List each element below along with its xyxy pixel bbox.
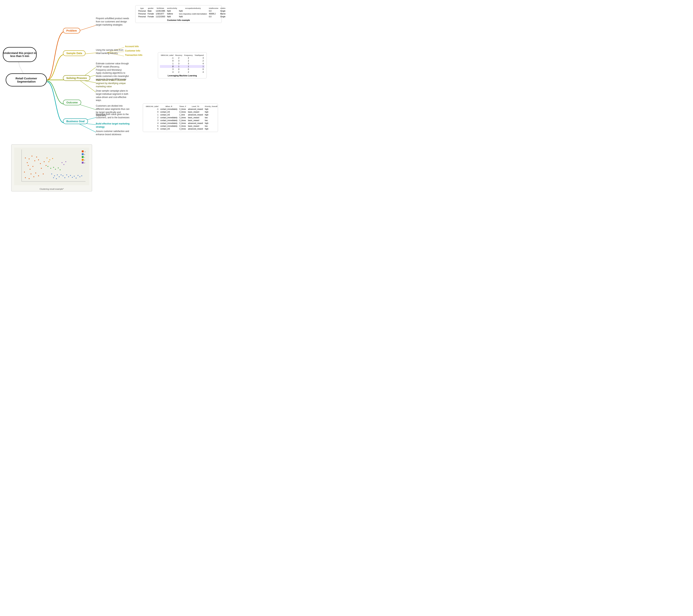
branch-problem: Problem: [63, 28, 80, 34]
solving-leaf3: Make sense of each customer segment by i…: [96, 79, 129, 88]
svg-point-59: [53, 167, 54, 168]
svg-point-34: [38, 175, 39, 176]
central-node: Retail Customer Segmentation: [6, 73, 47, 86]
customer-info-card: type gender birthDate workActivity occup…: [135, 5, 222, 23]
campaign-table: DBSCAN_Label When_R Times_F Level_TS Pri…: [145, 105, 218, 130]
svg-point-44: [59, 176, 60, 177]
svg-rect-70: [82, 150, 84, 152]
svg-point-22: [25, 158, 26, 158]
branch-outcome: Outcome: [63, 100, 81, 105]
mind-map: Retail Customer Segmentation Understand …: [0, 0, 225, 199]
svg-point-53: [76, 178, 77, 179]
sample-leaf: Using the sample data from retail bankin…: [96, 49, 125, 55]
svg-point-31: [46, 165, 46, 166]
problem-leaf: Pinpoint unfulfilled product needs from …: [96, 17, 132, 26]
customer-info-table: type gender birthDate workActivity occup…: [137, 7, 225, 18]
svg-point-19: [34, 160, 35, 161]
svg-point-38: [34, 176, 34, 177]
svg-point-61: [58, 168, 59, 169]
svg-text:3: 3: [84, 162, 85, 164]
svg-point-28: [40, 163, 41, 164]
svg-point-35: [43, 174, 44, 174]
svg-point-36: [25, 177, 26, 178]
svg-point-37: [29, 178, 30, 179]
central-label: Retail Customer Segmentation: [6, 77, 46, 83]
bizgoal-leaf2: Build effective target marketing strateg…: [96, 122, 134, 129]
svg-text:2: 2: [84, 159, 85, 161]
svg-text:0: 0: [84, 154, 85, 155]
svg-point-42: [53, 177, 54, 178]
branch-solving: Solving Process: [63, 75, 90, 81]
understand-node: Understand this project in less than 5 m…: [3, 47, 37, 62]
svg-point-66: [48, 161, 50, 162]
svg-point-55: [79, 176, 80, 177]
svg-point-45: [61, 174, 62, 175]
svg-point-39: [51, 174, 52, 174]
svg-point-58: [51, 168, 51, 169]
branch-bizgoal: Business Goal: [63, 118, 88, 124]
svg-text:-1: -1: [84, 151, 86, 153]
scatter-svg: -1 0 1 2 3 DBSCAN_Label: [14, 148, 89, 187]
svg-line-12: [79, 124, 96, 132]
rfm-table: DBSCAN_Label Recency Frequency TotalSpen…: [160, 54, 205, 74]
bizgoal-leaf3: Assure customer satisfaction and enhance…: [96, 130, 134, 136]
solving-leaf4: Draw sample campaign plans to target ind…: [96, 89, 129, 102]
svg-point-64: [50, 159, 51, 160]
svg-point-54: [78, 175, 79, 176]
rfm-card: DBSCAN_Label Recency Frequency TotalSpen…: [158, 52, 207, 78]
svg-point-62: [60, 169, 61, 170]
svg-point-68: [63, 164, 64, 165]
svg-point-57: [47, 166, 48, 167]
svg-rect-74: [82, 162, 84, 163]
svg-point-48: [66, 174, 67, 175]
svg-point-65: [52, 158, 53, 159]
sub-transaction: Transaction Info: [125, 54, 142, 56]
svg-rect-73: [82, 159, 84, 161]
campaign-card: DBSCAN_Label When_R Times_F Level_TS Pri…: [143, 103, 218, 132]
svg-text:1: 1: [84, 156, 85, 158]
svg-point-69: [65, 161, 66, 162]
rfm-title: Leveraging Machine Learning: [160, 75, 205, 77]
svg-point-25: [33, 166, 34, 167]
svg-line-9: [78, 104, 96, 110]
svg-point-33: [35, 173, 36, 174]
understand-label: Understand this project in less than 5 m…: [3, 52, 36, 58]
sub-account: Account Info: [125, 45, 139, 48]
customer-info-title: Customer Info example: [137, 19, 220, 21]
sub-customer: Customer Info: [125, 50, 140, 52]
svg-point-17: [29, 158, 30, 159]
svg-point-50: [70, 175, 71, 176]
svg-point-30: [41, 168, 42, 169]
svg-point-43: [56, 178, 57, 179]
svg-point-63: [46, 158, 47, 158]
svg-point-32: [31, 174, 32, 174]
svg-point-60: [55, 169, 56, 170]
svg-line-8: [80, 80, 96, 92]
svg-point-29: [44, 161, 45, 162]
svg-point-51: [72, 177, 73, 178]
svg-rect-72: [82, 156, 84, 158]
svg-point-21: [36, 157, 37, 158]
bizgoal-leaf1: Maximize both value given to the custome…: [96, 113, 134, 119]
svg-rect-14: [14, 148, 89, 185]
svg-point-27: [24, 172, 25, 173]
svg-point-52: [74, 176, 75, 177]
svg-point-26: [30, 169, 31, 170]
svg-point-24: [28, 165, 29, 166]
solving-leaf1: Estimate customer value through "RFM" mo…: [96, 62, 130, 72]
chart-title: Clustering result example*: [40, 188, 64, 190]
svg-point-23: [38, 159, 39, 160]
clustering-chart: -1 0 1 2 3 DBSCAN_Label Clustering resul…: [11, 145, 92, 191]
svg-point-18: [32, 156, 33, 157]
svg-point-46: [63, 175, 63, 176]
branch-sample: Sample Data: [63, 51, 85, 56]
svg-point-47: [64, 177, 65, 178]
svg-point-49: [68, 176, 69, 177]
svg-point-41: [57, 174, 58, 175]
svg-point-20: [27, 162, 28, 163]
svg-rect-71: [82, 153, 84, 155]
svg-point-40: [54, 175, 55, 176]
svg-point-56: [81, 175, 82, 176]
svg-point-67: [62, 162, 63, 163]
